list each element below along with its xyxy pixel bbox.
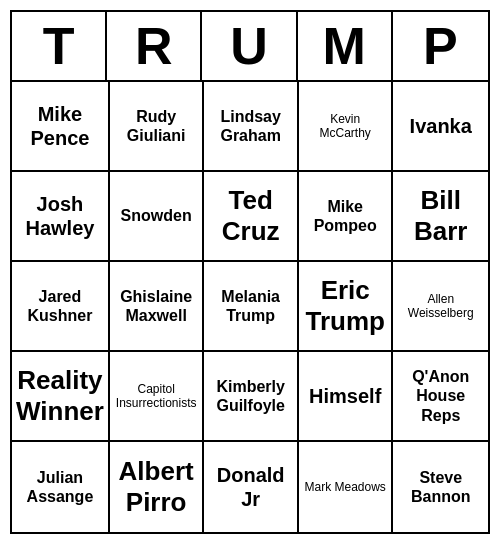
bingo-cell: Reality Winner bbox=[12, 352, 110, 442]
bingo-cell: Mark Meadows bbox=[299, 442, 394, 532]
bingo-cell: Snowden bbox=[110, 172, 205, 262]
header-letter: R bbox=[107, 12, 202, 80]
bingo-cell: Lindsay Graham bbox=[204, 82, 299, 172]
bingo-cell: Ivanka bbox=[393, 82, 488, 172]
bingo-header: TRUMP bbox=[12, 12, 488, 82]
bingo-cell: Steve Bannon bbox=[393, 442, 488, 532]
bingo-cell: Rudy Giuliani bbox=[110, 82, 205, 172]
header-letter: U bbox=[202, 12, 297, 80]
bingo-cell: Jared Kushner bbox=[12, 262, 110, 352]
bingo-cell: Kimberly Guilfoyle bbox=[204, 352, 299, 442]
bingo-cell: Himself bbox=[299, 352, 394, 442]
bingo-grid: Mike PenceRudy GiulianiLindsay GrahamKev… bbox=[12, 82, 488, 532]
bingo-cell: Mike Pompeo bbox=[299, 172, 394, 262]
bingo-cell: Q'Anon House Reps bbox=[393, 352, 488, 442]
bingo-card: TRUMP Mike PenceRudy GiulianiLindsay Gra… bbox=[10, 10, 490, 534]
bingo-cell: Mike Pence bbox=[12, 82, 110, 172]
header-letter: T bbox=[12, 12, 107, 80]
bingo-cell: Allen Weisselberg bbox=[393, 262, 488, 352]
bingo-cell: Capitol Insurrectionists bbox=[110, 352, 205, 442]
bingo-cell: Ted Cruz bbox=[204, 172, 299, 262]
bingo-cell: Eric Trump bbox=[299, 262, 394, 352]
bingo-cell: Donald Jr bbox=[204, 442, 299, 532]
bingo-cell: Albert Pirro bbox=[110, 442, 205, 532]
bingo-cell: Kevin McCarthy bbox=[299, 82, 394, 172]
header-letter: P bbox=[393, 12, 488, 80]
bingo-cell: Melania Trump bbox=[204, 262, 299, 352]
bingo-cell: Bill Barr bbox=[393, 172, 488, 262]
bingo-cell: Ghislaine Maxwell bbox=[110, 262, 205, 352]
bingo-cell: Josh Hawley bbox=[12, 172, 110, 262]
bingo-cell: Julian Assange bbox=[12, 442, 110, 532]
header-letter: M bbox=[298, 12, 393, 80]
